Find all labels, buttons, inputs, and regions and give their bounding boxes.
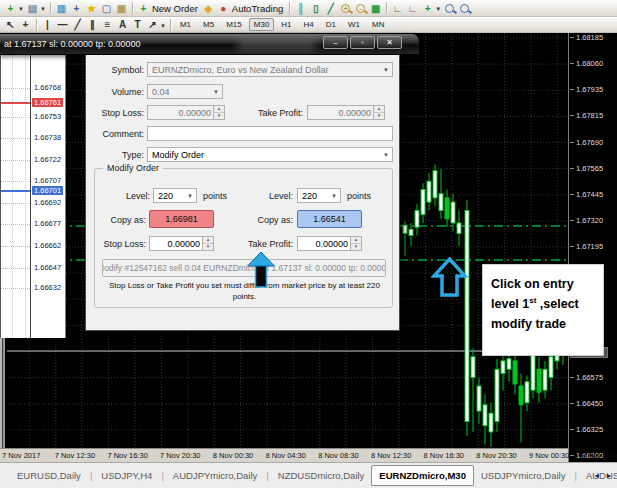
tab-usdjpymicro[interactable]: USDJPYmicro,Daily [474,466,572,485]
crosshair-tool-icon[interactable]: + [18,18,33,31]
blurred-title-area [237,39,317,51]
label-tool-icon[interactable]: T [130,18,145,31]
volume-label: Volume: [96,87,144,97]
window-controls: – ▫ ✕ [321,36,402,49]
close-button[interactable]: ✕ [377,36,402,49]
chevron-down-icon: ▼ [331,193,337,199]
symbol-select[interactable]: EURNZDmicro, Euro vs New Zealand Dollar … [147,62,393,77]
minimize-button[interactable]: – [323,36,348,49]
navigate-icon[interactable]: + [69,2,84,15]
trendline-tool-icon[interactable]: ╱ [70,18,85,31]
text-tool-icon[interactable]: A [115,18,130,31]
modify-order-button[interactable]: Modify #12547162 sell 0.04 EURNZDmicro a… [102,259,386,277]
symbol-label: Symbol: [96,65,144,75]
tab-scroll-arrows[interactable]: ◂ ▸ [595,471,614,480]
level-select[interactable]: 220 ▼ [153,188,197,203]
arrange-vertical-icon[interactable]: ∟ [390,2,405,15]
spinner-arrows-icon[interactable]: ▲▼ [373,106,384,119]
spinner-arrows-icon[interactable]: ▲▼ [213,106,224,119]
zoom-out-icon[interactable]: - [353,2,368,15]
group-takeprofit-input[interactable]: 0.00000 ▲▼ [297,236,362,251]
experts-icon[interactable]: ◆ [201,2,216,15]
type-select[interactable]: Modify Order ▼ [147,147,393,162]
warning-text: Stop Loss or Take Profit you set must di… [97,281,392,303]
spinner-arrows-icon[interactable]: ▲▼ [202,237,213,250]
arrow-outline [434,259,465,295]
autotrading-button-label[interactable]: AutoTrading [232,3,283,14]
timeframe-m1-button[interactable]: M1 [175,18,196,31]
new-chart-icon[interactable]: + [3,2,18,15]
tab-eurnzdmicro[interactable]: EURNZDmicro,M30 [371,465,474,486]
favorites-icon[interactable]: ★ [84,2,99,15]
channel-tool-icon[interactable]: ∥ [85,18,100,31]
timeframe-mn-button[interactable]: MN [367,18,389,31]
tick-chart-icon[interactable]: ▥ [54,2,69,15]
vline-tool-icon[interactable]: | [40,18,55,31]
cursor-tool-glyph: ↖ [6,19,14,30]
timeframe-d1-button[interactable]: D1 [321,18,341,31]
tick-grid-hline [1,117,30,118]
add-indicator-glyph: + [425,3,431,14]
bar-chart-icon[interactable]: ║ [293,2,308,15]
tester-glyph: ▣ [117,3,126,14]
candlestick-icon[interactable]: ▯ [308,2,323,15]
label-tool-glyph: T [134,19,140,30]
chevron-down-icon[interactable]: ▼ [40,6,46,12]
arrange-horizontal-glyph: ∟ [408,3,418,14]
tile-windows-icon[interactable]: ▦ [368,2,383,15]
price-scale[interactable]: 1.681851.680601.679351.678151.676901.675… [568,33,617,462]
community-icon[interactable] [457,2,472,15]
profiles-icon[interactable]: ▤ [25,2,40,15]
copy-stoploss-price-button[interactable]: 1.66981 [149,210,214,228]
maximize-button[interactable]: ▫ [350,36,375,49]
level2-select[interactable]: 220 ▼ [297,188,341,203]
add-indicator-icon[interactable]: + [420,2,435,15]
chevron-down-icon[interactable]: ▼ [435,6,441,12]
tester-icon[interactable]: ▣ [114,2,129,15]
line-chart-icon[interactable]: ╱ [323,2,338,15]
comment-input[interactable] [147,126,393,141]
timeframe-m15-button[interactable]: M15 [221,18,247,31]
hline-tool-icon[interactable]: — [55,18,70,31]
timeframe-m30-button[interactable]: M30 [249,18,275,31]
timeframe-m5-button[interactable]: M5 [198,18,219,31]
timeframe-h4-button[interactable]: H4 [299,18,319,31]
new-order-icon[interactable]: + [136,2,151,15]
tab-audjpymicro[interactable]: AUDJPYmicro,Daily [166,466,264,485]
stoploss-input[interactable]: 0.00000 ▲▼ [147,105,225,120]
time-axis[interactable]: 7 Nov 20177 Nov 12:307 Nov 16:307 Nov 20… [0,448,568,462]
zoom-in-icon[interactable]: + [338,2,353,15]
chevron-down-icon[interactable]: ▼ [18,6,24,12]
timeframe-w1-button[interactable]: W1 [343,18,365,31]
data-window-icon[interactable]: ▢ [99,2,114,15]
tab-eurusd[interactable]: EURUSD,Daily [10,466,88,485]
tab-nzdusdmicro[interactable]: NZDUSDmicro,Daily [271,466,372,485]
volume-select[interactable]: 0.04 ▼ [147,84,223,99]
price-scale-label: 1.66450 [576,399,603,408]
autotrading-icon[interactable]: ● [216,2,231,15]
arrange-horizontal-icon[interactable]: ∟ [405,2,420,15]
takeprofit-input[interactable]: 0.00000 ▲▼ [307,105,385,120]
group-takeprofit-label: Take Profit: [237,239,293,249]
tick-grid-hline [1,288,30,289]
candle-body [525,382,529,403]
new-order-button-label[interactable]: New Order [152,3,198,14]
spinner-arrows-icon[interactable]: ▲▼ [350,237,361,250]
tab-usdjpy[interactable]: USDJPY,H4 [94,466,159,485]
copy-takeprofit-price-button[interactable]: 1.66541 [297,210,362,228]
copyas2-label: Copy as: [242,215,293,225]
price-scale-label: 1.67935 [576,85,603,94]
timeframe-h1-button[interactable]: H1 [276,18,296,31]
channel-tool-glyph: ∥ [90,19,95,30]
order-dialog-titlebar[interactable]: at 1.67137 sl: 0.00000 tp: 0.00000 – ▫ ✕ [0,33,420,55]
level2-label: Level: [247,191,293,201]
arrow-stem [256,265,267,287]
chevron-down-icon[interactable]: ▼ [160,23,166,29]
candle-body [433,171,437,198]
fibonacci-tool-icon[interactable]: ≡ [100,18,115,31]
cursor-tool-icon[interactable]: ↖ [3,18,18,31]
shapes-tool-icon[interactable]: ↗ [145,18,160,31]
search-icon[interactable] [442,2,457,15]
comment-label: Comment: [88,129,144,139]
group-stoploss-input[interactable]: 0.00000 ▲▼ [149,236,214,251]
